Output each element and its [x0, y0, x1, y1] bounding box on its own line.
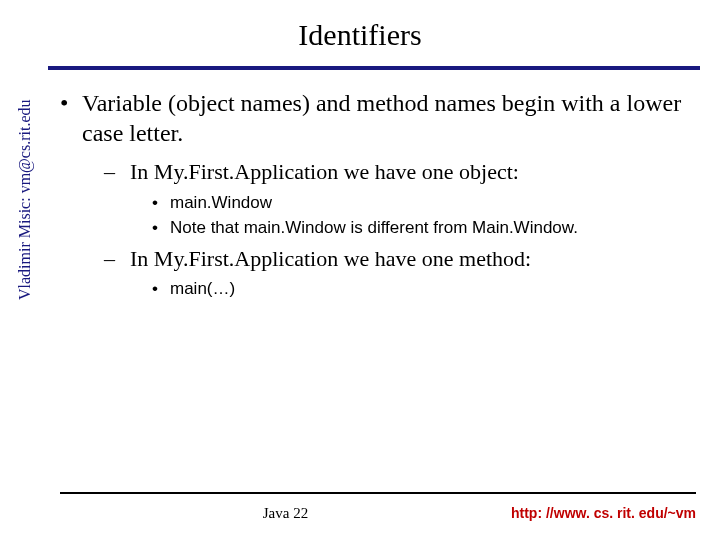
bullet-text: Variable (object names) and method names… — [82, 90, 681, 146]
bullet-lvl1: Variable (object names) and method names… — [60, 88, 690, 300]
footer-center: Java 22 — [60, 505, 511, 522]
bullet-text: In My.First.Application we have one obje… — [130, 159, 519, 184]
title-divider — [48, 66, 700, 70]
author-sidebar: Vladimir Misic: vm@cs.rit.edu — [16, 100, 34, 300]
footer-url: http: //www. cs. rit. edu/~vm — [511, 505, 696, 522]
footer: Java 22 http: //www. cs. rit. edu/~vm — [60, 505, 696, 522]
bullet-lvl2: In My.First.Application we have one obje… — [100, 158, 690, 239]
footer-divider — [60, 492, 696, 494]
content-area: Variable (object names) and method names… — [60, 88, 690, 300]
bullet-lvl3: main.Window — [150, 192, 690, 214]
bullet-lvl3: main(…) — [150, 278, 690, 300]
slide-title: Identifiers — [0, 0, 720, 60]
bullet-lvl2: In My.First.Application we have one meth… — [100, 245, 690, 301]
bullet-text: In My.First.Application we have one meth… — [130, 246, 531, 271]
bullet-lvl3: Note that main.Window is different from … — [150, 217, 690, 239]
slide: Identifiers Variable (object names) and … — [0, 0, 720, 540]
